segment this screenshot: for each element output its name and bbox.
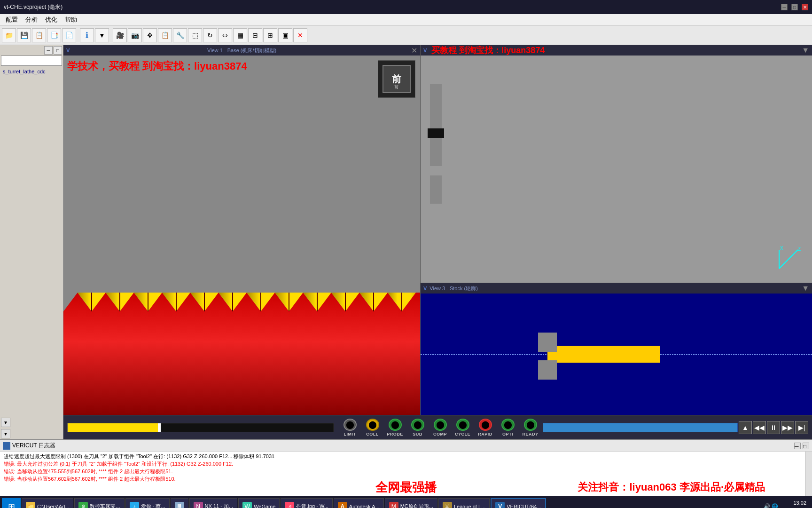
rapid-circle: ⬤ (479, 419, 492, 431)
view1-label: V (66, 48, 70, 53)
tb-move-button[interactable]: ✥ (143, 28, 157, 42)
view1-close[interactable]: ✕ (411, 46, 417, 55)
tb-filter-button[interactable]: 🔧 (173, 28, 187, 42)
taskbar-lol[interactable]: ⚔ League of L... (438, 498, 490, 508)
tb-layout-button[interactable]: ▦ (233, 28, 247, 42)
playback-area: ▲ ◀◀ ⏸ ▶▶ ▶| (543, 421, 809, 434)
taskbar-tiktok[interactable]: ♬ 抖音.jpg - W... (281, 498, 332, 508)
view1-content[interactable]: 学技术，买教程 到淘宝找：liyuan3874 前 前 (63, 56, 420, 415)
probe-button[interactable]: ⬤ PROBE (385, 419, 406, 437)
orient-cube[interactable]: 前 前 (378, 60, 415, 98)
svg-marker-21 (345, 293, 374, 415)
taskbar-autodesk[interactable]: A Autodesk A... (334, 498, 384, 508)
play-back-button[interactable]: ◀◀ (753, 421, 766, 434)
maximize-button[interactable]: □ (791, 4, 798, 10)
comp-circle: ⬤ (434, 419, 447, 431)
taskbar-wegame[interactable]: W WeGame (238, 498, 280, 508)
view2-watermark: 买教程 到淘宝找：liyuan3874 (431, 45, 545, 56)
log-minimize[interactable]: ─ (794, 443, 801, 449)
progress-track[interactable] (67, 423, 334, 432)
cycle-button[interactable]: ⬤ CYCLE (453, 419, 473, 437)
window-controls: ─ □ ✕ (781, 4, 808, 10)
tb-cam-button[interactable]: 🎥 (113, 28, 127, 42)
taskbar-calc[interactable]: 🖩 (171, 498, 188, 508)
tb-btn3[interactable]: 📋 (32, 28, 46, 42)
limit-button[interactable]: ⬤ LIMIT (340, 419, 360, 437)
log-expand[interactable]: □ (803, 443, 809, 449)
close-button[interactable]: ✕ (802, 4, 808, 10)
play-up-button[interactable]: ▲ (739, 421, 752, 434)
taskbar-explorer[interactable]: 📁 C:\Users\Ad... (22, 498, 73, 508)
tree-item-turret[interactable]: s_turret_lathe_cdc (1, 68, 62, 75)
ready-button[interactable]: ⬤ READY (520, 419, 541, 437)
log-icon (3, 442, 10, 450)
tb-grid-button[interactable]: ▣ (278, 28, 292, 42)
menu-item-analyze[interactable]: 分析 (22, 15, 41, 25)
view1-title: View 1 - Base (机床/切削模型) (207, 47, 276, 54)
black-block (428, 128, 444, 138)
svg-marker-11 (204, 293, 233, 415)
tb-btn4[interactable]: 📑 (47, 28, 61, 42)
taskbar-cnc[interactable]: ⚙ 数控车床零... (74, 498, 124, 508)
start-button[interactable]: ⊞ (2, 498, 21, 508)
sub-button[interactable]: ⬤ SUB (407, 419, 428, 437)
progress-thumb[interactable] (158, 423, 161, 432)
svg-text:X: X (780, 246, 783, 251)
tb-list-button[interactable]: 📋 (158, 28, 172, 42)
taskbar-nx[interactable]: N NX 11 - 加... (189, 498, 238, 508)
scroll-down-btn2[interactable]: ▼ (1, 429, 10, 438)
tb-split-v-button[interactable]: ⊞ (263, 28, 277, 42)
view3: V View 3 - Stock (轮廓) ▼ (421, 283, 812, 415)
svg-marker-17 (289, 293, 317, 415)
tb-select-button[interactable]: ⬚ (188, 28, 202, 42)
pin-icon[interactable]: ─ (44, 46, 53, 55)
vericut-label: VERICUT(64... (507, 504, 541, 508)
scroll-down-btn1[interactable]: ▼ (1, 418, 10, 427)
gray-block-1 (430, 84, 442, 131)
log-title: VERICUT 日志器 (12, 442, 55, 450)
tb-btn5[interactable]: 📄 (62, 28, 76, 42)
coll-button[interactable]: ⬤ COLL (362, 419, 383, 437)
taskbar-vericut[interactable]: V VERICUT(64... (491, 498, 546, 508)
time-display: 13:02 (780, 499, 806, 507)
view2-close[interactable]: ▼ (802, 46, 809, 55)
menu-item-help[interactable]: 帮助 (61, 15, 81, 25)
mc-icon: M (389, 502, 398, 508)
minimize-button[interactable]: ─ (781, 4, 788, 10)
tb-open-button[interactable]: 📁 (2, 28, 16, 42)
play-end-button[interactable]: ▶| (795, 421, 808, 434)
tb-split-h-button[interactable]: ⊟ (248, 28, 262, 42)
probe-label: PROBE (387, 432, 403, 437)
menu-item-config[interactable]: 配置 (2, 15, 22, 25)
svg-marker-15 (261, 293, 289, 415)
search-input[interactable] (1, 56, 62, 66)
sys-time: 13:02 2022-09-18 (780, 499, 806, 508)
log-line-1: 错误: 最大允许过切公差 (0.1) 于刀具 "2" 加载于组件 "Tool2"… (4, 460, 808, 468)
log-line-0: 进给速度超过最大速度限制 (1300) 在刀具 "2" 加载于组件 "Tool2… (4, 452, 808, 460)
tb-info-button[interactable]: ℹ (80, 28, 94, 42)
svg-marker-9 (176, 293, 204, 415)
view2-content[interactable]: Z X (421, 56, 812, 283)
taskbar-qq[interactable]: ♪ 爱你 - 蔡... (125, 498, 170, 508)
log-scrollbar[interactable] (805, 452, 812, 496)
view3-content[interactable] (421, 294, 812, 415)
comp-button[interactable]: ⬤ COMP (430, 419, 451, 437)
taskbar-mc[interactable]: M MC原创异形... (385, 498, 437, 508)
main-area: ─ □ s_turret_lathe_cdc ▼ ▼ V View 1 - Ba… (0, 45, 812, 439)
tb-photo-button[interactable]: 📷 (128, 28, 142, 42)
tb-save-button[interactable]: 💾 (17, 28, 31, 42)
play-track[interactable] (543, 423, 738, 432)
ready-label: READY (522, 432, 538, 437)
opti-button[interactable]: ⬤ OPTI (498, 419, 518, 437)
play-forward-button[interactable]: ▶▶ (781, 421, 794, 434)
tb-dropdown-button[interactable]: ▼ (95, 28, 109, 42)
menu-item-optimize[interactable]: 优化 (41, 15, 61, 25)
play-pause-button[interactable]: ⏸ (767, 421, 780, 434)
view3-close[interactable]: ▼ (802, 284, 809, 293)
tb-zoom-button[interactable]: ⇔ (218, 28, 232, 42)
cnc-label: 数控车床零... (90, 503, 120, 508)
expand-icon[interactable]: □ (54, 46, 62, 55)
rapid-button[interactable]: ⬤ RAPID (475, 419, 496, 437)
tb-close-button[interactable]: ✕ (293, 28, 307, 42)
tb-rotate-button[interactable]: ↻ (203, 28, 217, 42)
